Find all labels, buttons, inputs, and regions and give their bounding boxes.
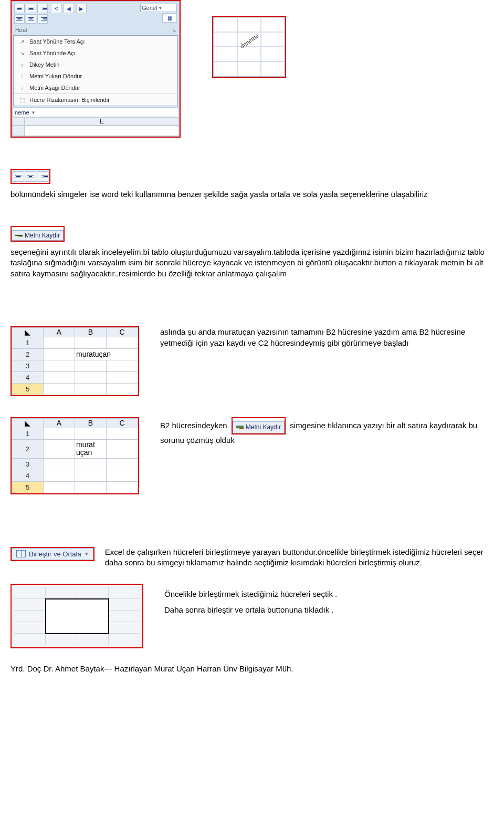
row-header[interactable]: 1: [12, 428, 44, 439]
rotate-up-icon: ↑: [18, 72, 26, 80]
conditional-format-icon[interactable]: ▦: [162, 13, 177, 23]
selection-grid: [14, 587, 140, 645]
cell-line: murat: [76, 441, 105, 449]
col-header[interactable]: C: [107, 418, 138, 428]
row-header[interactable]: 2: [12, 348, 44, 360]
alignment-section-label: Hizal: [15, 27, 27, 33]
row-header[interactable]: 1: [12, 337, 44, 348]
wrap-text-button[interactable]: Metni Kaydır: [12, 230, 64, 241]
row-header[interactable]: 4: [12, 371, 44, 383]
name-box-value: neme: [15, 109, 29, 116]
row-header[interactable]: 4: [12, 470, 44, 481]
chevron-down-icon: ▼: [32, 110, 36, 115]
align-buttons-inline: [10, 169, 50, 184]
menu-format-alignment[interactable]: ⬚Hücre Hizalamasını Biçimlendir: [14, 94, 177, 106]
chevron-down-icon: ▼: [158, 6, 162, 11]
selection-grid-box: [10, 584, 143, 648]
merge-icon: [16, 550, 26, 557]
paragraph-select: Öncelikle birleştirmek istediğimiz hücre…: [164, 589, 494, 599]
row-header[interactable]: 5: [12, 481, 44, 493]
menu-label: Metni Aşağı Döndür: [29, 85, 80, 91]
vertical-text-icon: ↕: [18, 60, 26, 69]
align-center-btn[interactable]: [25, 171, 36, 182]
menu-rotate-up[interactable]: ↑Metni Yukarı Döndür: [14, 70, 177, 82]
format-cells-icon: ⬚: [18, 96, 26, 104]
cell-b2-wrapped[interactable]: murat uçan: [75, 439, 107, 458]
align-button-group: [14, 4, 48, 24]
orientation-menu: ↗Saat Yönüne Ters Açı ↘Saat Yönünde Açı …: [13, 35, 178, 106]
name-box[interactable]: neme ▼: [12, 108, 179, 117]
merge-center-button[interactable]: Birleştir ve Ortala ▼: [12, 548, 93, 560]
desc-wrapped-a: B2 hücresindeyken: [160, 420, 227, 429]
align-top-left[interactable]: [14, 4, 25, 13]
col-header[interactable]: B: [75, 418, 107, 428]
ribbon-screenshot: ⟲ ◀ ▶ Genel ▼ ▦ Hizal ↘ ↗Saat Yönüne: [10, 0, 181, 138]
wrap-text-button[interactable]: Metni Kaydır: [233, 421, 285, 433]
select-all-corner[interactable]: ◣: [12, 418, 44, 428]
dialog-launcher-icon[interactable]: ↘: [172, 27, 176, 33]
col-header[interactable]: A: [44, 418, 75, 428]
paragraph-merge: Excel de çalışırken hücreleri birleştirm…: [105, 547, 494, 568]
merge-chip-box: Birleştir ve Ortala ▼: [10, 547, 94, 561]
align-right-btn[interactable]: [37, 171, 48, 182]
align-center[interactable]: [26, 14, 36, 24]
menu-vertical-text[interactable]: ↕Dikey Metin: [14, 59, 177, 70]
menu-label: Hücre Hizalamasını Biçimlendir: [29, 97, 110, 103]
orientation-icon[interactable]: ⟲: [51, 4, 61, 13]
row-header[interactable]: 2: [12, 439, 44, 458]
align-top-right[interactable]: [37, 4, 48, 13]
merge-label: Birleştir ve Ortala: [29, 550, 81, 558]
column-header[interactable]: E: [25, 117, 179, 126]
menu-rotate-cw[interactable]: ↘Saat Yönünde Açı: [14, 47, 177, 59]
chevron-down-icon: ▼: [85, 552, 89, 556]
desc-overflow: aslında şu anda muratuçan yazısının tama…: [160, 326, 494, 348]
menu-label: Dikey Metin: [29, 61, 59, 68]
page-footer: Yrd. Doç Dr. Ahmet Baytak--- Hazırlayan …: [10, 664, 494, 673]
table-overflow-example: ◣ A B C 1 2muratuçan 3 4 5: [10, 326, 139, 396]
align-top-center[interactable]: [26, 4, 36, 13]
cell-b2[interactable]: muratuçan: [75, 348, 138, 360]
cell-line: uçan: [76, 449, 105, 457]
menu-rotate-down[interactable]: ↓Metni Aşağı Döndür: [14, 82, 177, 94]
select-all-corner[interactable]: ◣: [12, 327, 44, 337]
align-left[interactable]: [14, 14, 25, 24]
row-header[interactable]: 3: [12, 458, 44, 470]
menu-label: Saat Yönünde Açı: [29, 50, 76, 56]
orientation-preview: deneme: [212, 16, 286, 78]
rotate-ccw-icon: ↗: [18, 37, 26, 46]
table-wrapped-example: ◣ A B C 1 2 murat uçan 3 4 5: [10, 417, 139, 494]
indent-increase-icon[interactable]: ▶: [76, 4, 87, 13]
menu-label: Saat Yönüne Ters Açı: [29, 38, 85, 45]
wrap-text-chip-box: Metni Kaydır: [10, 226, 65, 242]
align-right[interactable]: [37, 14, 48, 24]
number-format-value: Genel: [142, 5, 157, 11]
rotate-cw-icon: ↘: [18, 49, 26, 57]
col-header[interactable]: C: [107, 327, 138, 337]
menu-label: Metni Yukarı Döndür: [29, 73, 82, 79]
wrap-text-icon: [15, 232, 23, 239]
row-header[interactable]: 3: [12, 360, 44, 371]
paragraph-wrap: seçeneğini ayrıntılı olarak inceleyelim.…: [10, 247, 494, 279]
wrap-text-label: Metni Kaydır: [25, 232, 60, 239]
selected-range[interactable]: [46, 599, 109, 634]
number-format-combo[interactable]: Genel ▼: [140, 4, 177, 12]
col-header[interactable]: A: [44, 327, 75, 337]
indent-decrease-icon[interactable]: ◀: [64, 4, 74, 13]
wrap-text-icon: [236, 424, 244, 431]
wrap-text-label: Metni Kaydır: [246, 423, 281, 432]
align-left-btn[interactable]: [13, 171, 24, 182]
rotate-down-icon: ↓: [18, 84, 26, 92]
paragraph-click-merge: Daha sonra birleştir ve ortala buttonuna…: [164, 605, 494, 615]
wrap-text-chip-inline: Metni Kaydır: [232, 417, 286, 435]
paragraph-align: bölümündeki simgeler ise word teki kulla…: [10, 189, 494, 200]
col-header[interactable]: B: [75, 327, 107, 337]
row-header[interactable]: 5: [12, 383, 44, 395]
menu-rotate-ccw[interactable]: ↗Saat Yönüne Ters Açı: [14, 36, 177, 47]
